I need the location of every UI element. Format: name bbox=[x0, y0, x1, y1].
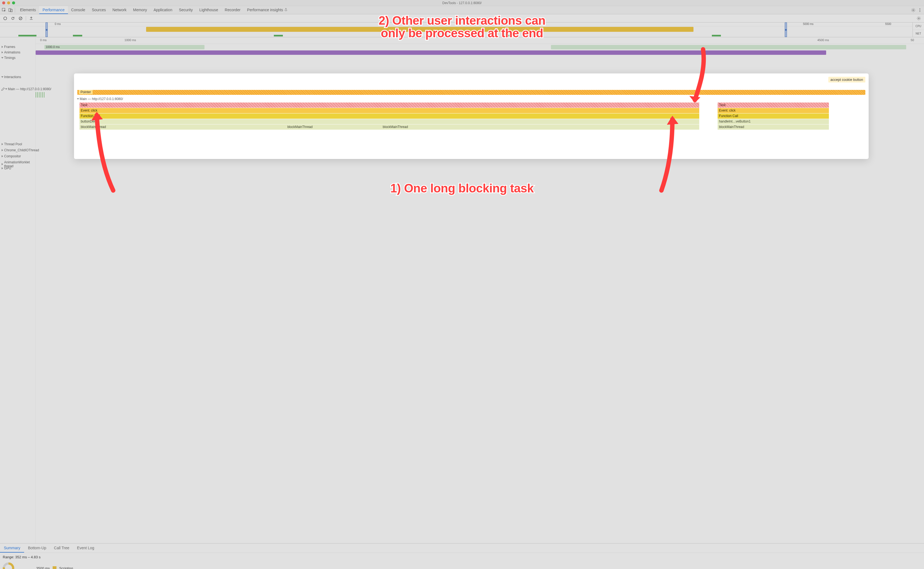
capture-settings-gear-icon[interactable] bbox=[916, 16, 921, 21]
svg-rect-1 bbox=[9, 9, 11, 12]
window-maximize-button[interactable] bbox=[12, 2, 15, 5]
flame-block[interactable]: blockMainThread bbox=[286, 125, 381, 129]
reload-icon[interactable] bbox=[11, 16, 15, 21]
tab-application[interactable]: Application bbox=[150, 6, 176, 14]
svg-point-5 bbox=[919, 9, 921, 11]
svg-line-9 bbox=[20, 17, 22, 20]
svg-point-10 bbox=[918, 18, 919, 19]
btab-bottomup[interactable]: Bottom-Up bbox=[24, 543, 50, 552]
devtools-tabs: Elements Performance Console Sources Net… bbox=[0, 6, 924, 14]
flame-demo[interactable]: buttonDemo bbox=[79, 119, 699, 124]
flame-block[interactable]: blockMainThread bbox=[381, 125, 699, 129]
frame-bar[interactable]: 1000.0 ms bbox=[44, 45, 204, 49]
flame-event[interactable]: Event: click bbox=[718, 108, 829, 113]
summary-pane: Range: 352 ms – 4.83 s 3500 ms Scripting bbox=[0, 552, 924, 569]
track-animations[interactable]: Animations bbox=[2, 50, 20, 54]
tab-lighthouse[interactable]: Lighthouse bbox=[196, 6, 221, 14]
window-close-button[interactable] bbox=[2, 2, 5, 5]
track-compositor[interactable]: Compositor bbox=[2, 154, 21, 158]
titlebar: DevTools - 127.0.0.1:8080/ bbox=[0, 0, 924, 6]
tab-performance-insights[interactable]: Performance insights bbox=[244, 6, 291, 14]
flame-task[interactable]: Task bbox=[79, 102, 699, 108]
track-gpu[interactable]: GPU bbox=[2, 166, 11, 170]
details-tabs: Summary Bottom-Up Call Tree Event Log bbox=[0, 543, 924, 552]
ov-net-seg bbox=[274, 35, 283, 37]
btab-calltree[interactable]: Call Tree bbox=[50, 543, 73, 552]
interaction-pointer-bar[interactable] bbox=[77, 90, 865, 95]
svg-point-3 bbox=[913, 9, 914, 11]
flame-event[interactable]: Event: click bbox=[79, 108, 699, 113]
window-minimize-button[interactable] bbox=[7, 2, 10, 5]
device-toolbar-icon[interactable] bbox=[8, 8, 13, 13]
highlight-panel: accept cookie button Pointer Main — http… bbox=[74, 73, 869, 159]
flame-task[interactable]: Task bbox=[718, 102, 829, 108]
btab-eventlog[interactable]: Event Log bbox=[73, 543, 98, 552]
overview-handle-left[interactable] bbox=[46, 23, 48, 37]
ov-tick: 5000 ms bbox=[803, 23, 814, 26]
track-frames[interactable]: Frames bbox=[2, 45, 15, 49]
ov-net-seg bbox=[73, 35, 82, 37]
annotation-top: 2) Other user interactions can only be p… bbox=[379, 14, 545, 40]
summary-donut bbox=[3, 563, 14, 569]
animation-bar[interactable] bbox=[36, 50, 826, 55]
ov-tick: 5500 bbox=[885, 23, 891, 26]
scripting-label: Scripting bbox=[59, 566, 73, 569]
overview-legend: CPU NET bbox=[912, 23, 924, 37]
svg-point-4 bbox=[919, 8, 921, 9]
scripting-swatch bbox=[53, 566, 56, 569]
tab-console[interactable]: Console bbox=[68, 6, 88, 14]
ov-net-seg bbox=[712, 35, 721, 37]
track-interactions[interactable]: Interactions bbox=[2, 75, 21, 79]
accept-cookie-marker: accept cookie button bbox=[828, 77, 865, 82]
overview-handle-right[interactable] bbox=[785, 23, 787, 37]
flame-call[interactable]: Function Call bbox=[79, 114, 699, 119]
pointer-label: Pointer bbox=[79, 90, 93, 94]
track-child-io[interactable]: Chrome_ChildIOThread bbox=[2, 148, 39, 152]
tab-network[interactable]: Network bbox=[109, 6, 129, 14]
flame-block[interactable]: blockMainThread bbox=[718, 125, 829, 129]
flame-block[interactable]: blockMainThread bbox=[79, 125, 286, 129]
tab-elements[interactable]: Elements bbox=[17, 6, 39, 14]
track-thread-pool[interactable]: Thread Pool bbox=[2, 142, 22, 146]
frame-bar[interactable] bbox=[551, 45, 906, 49]
inspect-icon[interactable] bbox=[2, 8, 6, 13]
tab-memory[interactable]: Memory bbox=[130, 6, 151, 14]
clear-icon[interactable] bbox=[18, 16, 23, 21]
scripting-ms: 3500 ms bbox=[36, 566, 50, 569]
svg-point-6 bbox=[919, 11, 921, 12]
record-icon[interactable] bbox=[3, 16, 8, 21]
track-timings[interactable]: Timings bbox=[2, 56, 16, 60]
tab-security[interactable]: Security bbox=[176, 6, 196, 14]
window-title: DevTools - 127.0.0.1:8080/ bbox=[0, 1, 924, 5]
upload-icon[interactable] bbox=[29, 16, 34, 21]
btab-summary[interactable]: Summary bbox=[0, 543, 24, 552]
summary-range: Range: 352 ms – 4.83 s bbox=[3, 555, 921, 559]
kebab-menu-icon[interactable] bbox=[918, 8, 922, 13]
tab-performance[interactable]: Performance bbox=[39, 6, 68, 14]
flask-icon bbox=[284, 8, 288, 12]
flame-handle[interactable]: handleInt…veButton1 bbox=[718, 119, 829, 124]
svg-point-7 bbox=[4, 17, 7, 20]
tab-sources[interactable]: Sources bbox=[88, 6, 109, 14]
ov-tick: 0 ms bbox=[55, 23, 61, 26]
annotation-bottom: 1) One long blocking task bbox=[390, 182, 534, 195]
ov-net-seg bbox=[18, 35, 37, 37]
edit-icon[interactable] bbox=[1, 87, 5, 91]
flame-call[interactable]: Function Call bbox=[718, 114, 829, 119]
settings-gear-icon[interactable] bbox=[911, 8, 916, 13]
tab-recorder[interactable]: Recorder bbox=[221, 6, 244, 14]
panel-main-label: Main — http://127.0.0.1:8080/ bbox=[77, 97, 123, 101]
